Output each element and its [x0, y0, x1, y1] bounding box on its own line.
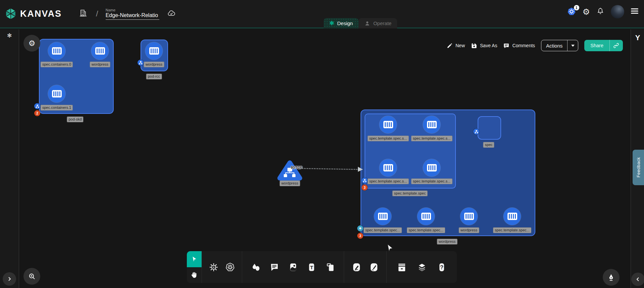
- group-label: wordpress: [437, 239, 458, 244]
- service-edge[interactable]: [300, 163, 367, 175]
- mouse-cursor: [386, 244, 394, 253]
- actions-main-button[interactable]: Actions: [541, 40, 567, 51]
- network-badge[interactable]: [362, 177, 368, 184]
- settings-gear-icon[interactable]: ⚙: [583, 8, 590, 16]
- service-node[interactable]: [277, 159, 303, 182]
- node-label: spec.template.spec.s...: [411, 136, 452, 141]
- kubernetes-context-button[interactable]: 1: [567, 7, 576, 16]
- tab-design[interactable]: ✻ Design: [324, 18, 359, 28]
- link-chain-icon: [613, 43, 619, 49]
- container-node[interactable]: [379, 159, 397, 176]
- cursor-select-icon: [191, 256, 198, 263]
- shapes-tool-button[interactable]: [251, 262, 261, 272]
- feedback-tab[interactable]: Feedback: [633, 150, 644, 185]
- hand-pan-icon: [190, 271, 198, 279]
- container-node[interactable]: [374, 208, 391, 225]
- image-tool-button[interactable]: [288, 262, 298, 272]
- hamburger-menu-icon[interactable]: [631, 8, 639, 15]
- container-node[interactable]: [379, 116, 397, 133]
- user-avatar[interactable]: [611, 5, 624, 18]
- design-name-input[interactable]: Edge-Network-Relatio: [106, 12, 159, 20]
- component-tool-button[interactable]: [209, 262, 219, 272]
- archive-drawer-button[interactable]: [397, 262, 407, 272]
- edge-port-label: 80/TCP: [291, 166, 302, 169]
- save-as-button[interactable]: Save As: [471, 43, 497, 49]
- new-label: New: [455, 43, 465, 48]
- kubernetes-tool-button[interactable]: [225, 262, 235, 272]
- design-name-label: Name: [106, 8, 159, 12]
- container-node[interactable]: [145, 42, 163, 60]
- shapes-icon: [251, 262, 261, 272]
- new-pencil-icon: [446, 43, 453, 49]
- zoom-button[interactable]: [23, 268, 40, 285]
- help-button[interactable]: ?: [437, 262, 447, 272]
- kanvas-logo[interactable]: KANVAS: [5, 7, 62, 20]
- count-badge[interactable]: 3: [357, 233, 363, 239]
- node-spec[interactable]: [478, 116, 501, 140]
- drawer-icon: [397, 262, 407, 272]
- gear-icon: ⚙: [29, 39, 36, 48]
- container-node[interactable]: [91, 42, 109, 60]
- container-node[interactable]: [460, 208, 478, 225]
- container-node[interactable]: [503, 208, 521, 225]
- node-label: spec.template.spec...: [407, 227, 445, 233]
- notifications-bell-icon[interactable]: [596, 7, 604, 16]
- count-badge[interactable]: 3: [362, 185, 368, 191]
- sync-badge[interactable]: ✻: [357, 225, 363, 231]
- component-chip-icon: [209, 262, 219, 272]
- actions-caret-button[interactable]: [567, 40, 578, 51]
- svg-text:T: T: [310, 264, 313, 270]
- freehand-draw-button[interactable]: [369, 262, 379, 272]
- node-label: spec.containers.1: [41, 105, 73, 111]
- layers-button[interactable]: [417, 262, 427, 272]
- network-badge[interactable]: [138, 60, 144, 66]
- save-floppy-icon: [471, 43, 477, 49]
- annotate-pen-button[interactable]: [352, 262, 362, 272]
- comment-tool-button[interactable]: [269, 262, 279, 272]
- note-icon: [325, 262, 335, 272]
- text-icon: T: [307, 262, 317, 272]
- group-spec-template-spec[interactable]: [365, 114, 456, 189]
- text-tool-button[interactable]: T: [307, 262, 317, 272]
- chevron-left-icon: [636, 277, 640, 282]
- pan-tool-button[interactable]: [187, 267, 202, 283]
- expand-left-panel-button[interactable]: [3, 272, 16, 286]
- tab-design-label: Design: [337, 20, 353, 26]
- cloud-saved-icon: [167, 9, 176, 18]
- pen-tool-button[interactable]: [603, 269, 620, 286]
- container-node[interactable]: [423, 159, 440, 176]
- container-node[interactable]: [48, 42, 65, 60]
- node-label: spec: [483, 142, 494, 148]
- node-label: spec.template.spec.s...: [368, 178, 409, 184]
- layers-icon: [417, 262, 427, 272]
- container-icon: [383, 121, 393, 128]
- container-icon: [464, 213, 474, 220]
- share-main-button[interactable]: Share: [584, 40, 609, 51]
- annotate-pen-icon: [352, 262, 362, 272]
- organization-icon[interactable]: [79, 9, 87, 19]
- comments-button[interactable]: Comments: [503, 43, 535, 49]
- network-badge[interactable]: [473, 129, 479, 135]
- chevron-right-icon: [7, 277, 12, 281]
- actions-button: Actions: [541, 40, 578, 51]
- note-tool-button[interactable]: [325, 262, 335, 272]
- select-tool-button[interactable]: [187, 251, 202, 267]
- container-node[interactable]: [423, 116, 440, 133]
- flip-y-icon[interactable]: Y: [631, 33, 644, 42]
- container-node[interactable]: [48, 85, 65, 102]
- network-badge[interactable]: [34, 103, 40, 109]
- design-name-block: Name Edge-Network-Relatio: [106, 8, 159, 20]
- container-node[interactable]: [417, 208, 435, 225]
- tab-operate[interactable]: Operate: [359, 18, 397, 28]
- collapse-right-panel-button[interactable]: [631, 273, 644, 286]
- help-question-icon: ?: [437, 262, 447, 272]
- sync-swirl-icon: ✻: [0, 32, 19, 39]
- count-badge[interactable]: 2: [34, 110, 40, 116]
- group-settings-button[interactable]: ⚙: [23, 35, 40, 52]
- caret-down-icon: [571, 44, 575, 47]
- share-link-button[interactable]: [609, 40, 623, 51]
- comment-icon: [269, 262, 279, 272]
- node-label: spec.containers.0: [41, 62, 73, 67]
- header-right-cluster: 1 ⚙: [567, 5, 639, 18]
- new-button[interactable]: New: [446, 43, 465, 49]
